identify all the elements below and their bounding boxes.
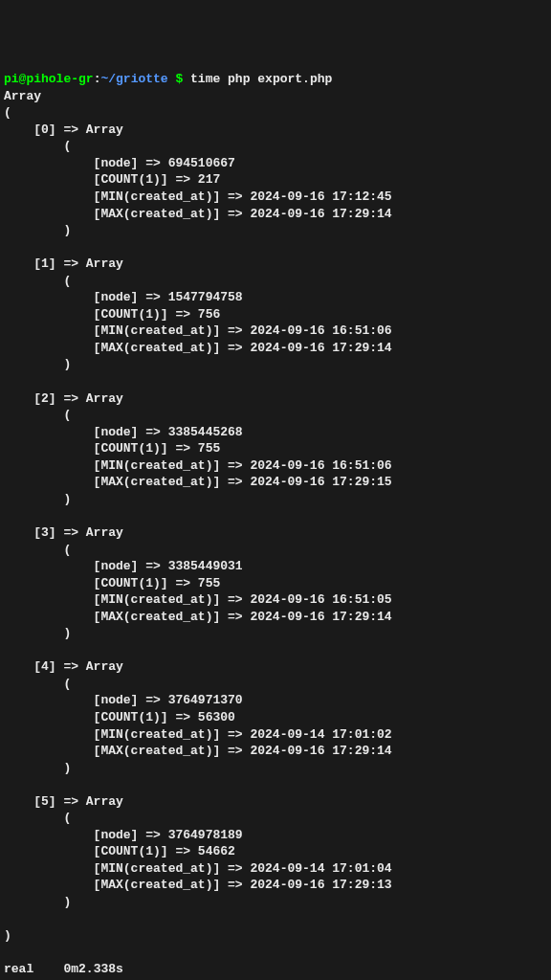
timing-real-value: 0m2.338s [63, 962, 122, 976]
terminal[interactable]: pi@pihole-gr:~/griotte $ time php export… [4, 71, 547, 980]
prompt-user-host: pi@pihole-gr [4, 72, 94, 86]
array-entries: [0] => Array ( [node] => 694510667 [COUN… [4, 122, 392, 909]
output-footer: ) [4, 928, 11, 943]
command-text: time php export.php [190, 72, 332, 86]
prompt-path: ~/griotte [100, 72, 167, 86]
timing-real-label: real [4, 962, 33, 976]
output-header: Array ( [4, 89, 41, 121]
prompt-dollar: $ [168, 72, 190, 86]
